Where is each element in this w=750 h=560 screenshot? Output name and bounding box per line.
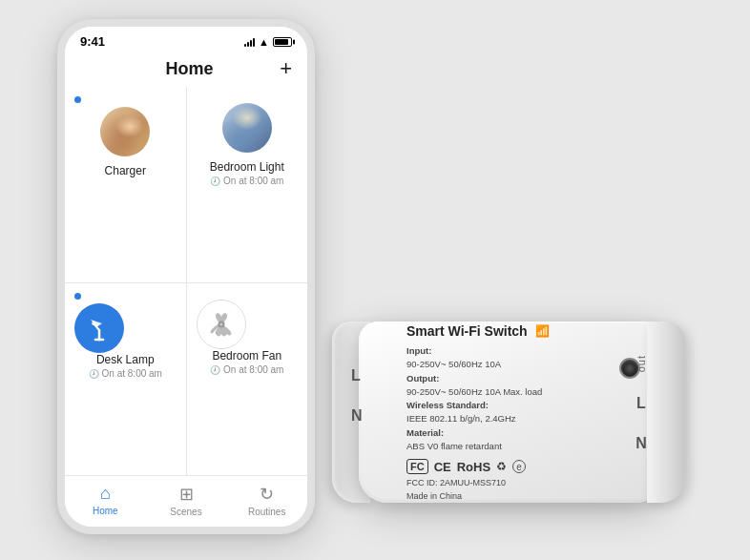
charger-name: Charger xyxy=(74,164,177,177)
nav-scenes[interactable]: ⊞ Scenes xyxy=(146,484,227,517)
switch-title: Smart Wi-Fi Switch xyxy=(406,323,528,339)
home-nav-icon: ⌂ xyxy=(100,484,111,504)
fan-svg xyxy=(207,310,236,339)
routines-nav-label: Routines xyxy=(248,507,285,517)
switch-left-l-label: L xyxy=(351,367,361,384)
cert-row: FC CE RoHS ♻ e xyxy=(406,459,645,474)
device-grid: Charger Bedroom Light 🕗 On at 8:00 am xyxy=(65,87,307,475)
switch-out-text: out xyxy=(635,355,647,372)
svg-point-3 xyxy=(92,321,95,325)
switch-right-labels: out L N xyxy=(635,355,647,452)
charger-icon-wrap xyxy=(100,107,150,156)
desk-lamp-svg xyxy=(86,315,113,342)
status-icons: ▲ xyxy=(244,36,292,48)
switch-body: L N Smart Wi-Fi Switch 📶 Input: 90-250V~… xyxy=(359,321,664,503)
bedroom-icon-wrap xyxy=(222,103,272,153)
wifi-icon: ▲ xyxy=(259,36,269,48)
switch-material-value: ABS V0 flame retardant xyxy=(406,440,645,453)
desk-lamp-status-text: On at 8:00 am xyxy=(102,368,162,379)
switch-input-label: Input: xyxy=(406,344,645,358)
switch-wireless-value: IEEE 802.11 b/g/n, 2.4GHz xyxy=(406,412,645,425)
charger-img xyxy=(100,107,150,156)
scenes-nav-icon: ⊞ xyxy=(179,484,194,505)
bedroom-fan-name: Bedroom Fan xyxy=(197,349,299,363)
device-card-charger[interactable]: Charger xyxy=(65,87,186,282)
recycle-icon: ♻ xyxy=(496,460,507,473)
home-nav-label: Home xyxy=(93,506,118,516)
switch-title-row: Smart Wi-Fi Switch 📶 xyxy=(406,323,645,339)
switch-left-n-label: N xyxy=(351,407,363,425)
scenes-nav-label: Scenes xyxy=(170,507,201,517)
bottom-nav: ⌂ Home ⊞ Scenes ↻ Routines xyxy=(65,475,307,527)
device-card-desk-lamp[interactable]: Desk Lamp 🕗 On at 8:00 am xyxy=(65,283,186,475)
charger-indicator xyxy=(74,96,81,103)
battery-icon xyxy=(273,37,292,47)
switch-right-n: N xyxy=(635,435,647,452)
svg-point-5 xyxy=(219,323,222,326)
switch-right-l: L xyxy=(636,395,646,412)
device-card-bedroom-fan[interactable]: Bedroom Fan 🕗 On at 8:00 am xyxy=(187,283,308,475)
ce-cert: CE xyxy=(434,460,451,474)
device-card-bedroom-light[interactable]: Bedroom Light 🕗 On at 8:00 am xyxy=(187,87,308,282)
rohs-cert: RoHS xyxy=(457,460,490,474)
desk-lamp-clock: 🕗 xyxy=(89,369,99,379)
nav-routines[interactable]: ↻ Routines xyxy=(226,484,307,517)
signal-icon xyxy=(244,37,255,47)
switch-wifi-icon: 📶 xyxy=(535,324,550,338)
add-device-button[interactable]: + xyxy=(280,58,292,79)
bedroom-fan-status: 🕗 On at 8:00 am xyxy=(197,364,299,375)
scene-container: 9:41 ▲ Home + xyxy=(0,0,750,560)
switch-output-value: 90-250V~ 50/60Hz 10A Max. load xyxy=(406,385,645,399)
made-in: Made in China xyxy=(406,491,645,501)
switch-label-area: Smart Wi-Fi Switch 📶 Input: 90-250V~ 50/… xyxy=(378,323,645,501)
fcc-id: FCC ID: 2AMUU-MSS710 xyxy=(406,478,645,487)
routines-nav-icon: ↻ xyxy=(260,484,274,505)
phone-inner: 9:41 ▲ Home + xyxy=(65,27,307,527)
clock-icon: 🕗 xyxy=(210,176,220,186)
switch-device: L N Smart Wi-Fi Switch 📶 Input: 90-250V~… xyxy=(359,293,702,541)
nav-home[interactable]: ⌂ Home xyxy=(65,484,146,517)
desk-lamp-name: Desk Lamp xyxy=(74,353,177,366)
switch-wireless-label: Wireless Standard: xyxy=(406,399,645,412)
switch-material-label: Material: xyxy=(406,426,645,440)
bedroom-light-status-text: On at 8:00 am xyxy=(223,176,283,186)
bedroom-fan-status-text: On at 8:00 am xyxy=(223,364,283,375)
desk-lamp-status: 🕗 On at 8:00 am xyxy=(74,368,177,379)
switch-output-label: Output: xyxy=(406,372,645,385)
extra-cert-icon: e xyxy=(512,460,526,473)
desk-lamp-icon xyxy=(74,303,124,353)
status-time: 9:41 xyxy=(80,34,105,49)
switch-input-value: 90-250V~ 50/60Hz 10A xyxy=(406,358,645,371)
bedroom-light-name: Bedroom Light xyxy=(197,160,299,174)
bedroom-img xyxy=(222,103,272,153)
desk-lamp-indicator xyxy=(74,293,81,300)
status-bar: 9:41 ▲ xyxy=(65,27,307,52)
bedroom-light-status: 🕗 On at 8:00 am xyxy=(197,176,299,186)
bedroom-fan-clock: 🕗 xyxy=(210,365,220,375)
bedroom-fan-icon xyxy=(197,300,246,349)
phone: 9:41 ▲ Home + xyxy=(57,19,315,534)
app-title: Home xyxy=(99,59,280,79)
app-header: Home + xyxy=(65,52,307,87)
fc-cert: FC xyxy=(406,459,428,474)
switch-right-end xyxy=(647,321,685,503)
